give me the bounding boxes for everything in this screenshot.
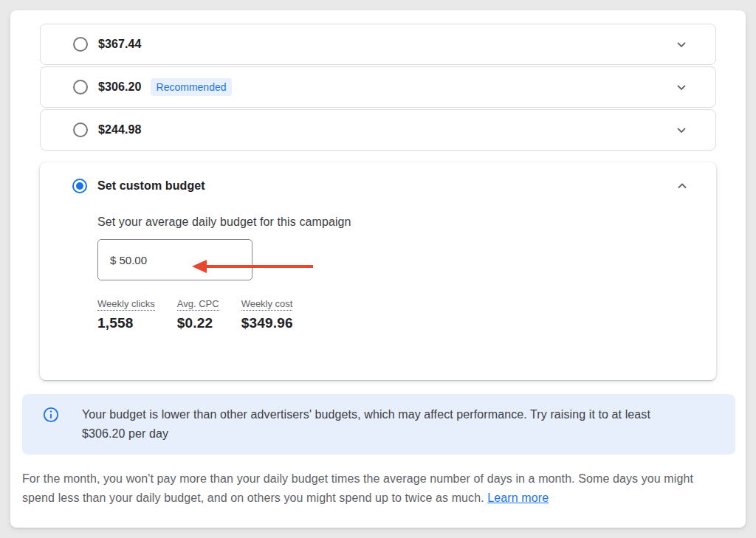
banner-message: Your budget is lower than other advertis… (82, 405, 695, 444)
radio-button-selected[interactable] (72, 179, 87, 193)
budget-selection-card: $367.44 $306.20 Recommended $244.98 (10, 10, 746, 528)
budget-option-2[interactable]: $306.20 Recommended (40, 66, 716, 108)
chevron-down-icon[interactable] (674, 37, 689, 52)
stat-label-weekly-clicks[interactable]: Weekly clicks (97, 298, 155, 311)
budget-warning-banner: Your budget is lower than other advertis… (22, 394, 735, 455)
chevron-down-icon[interactable] (674, 123, 689, 137)
chevron-up-icon[interactable] (675, 179, 690, 193)
budget-amount: $367.44 (98, 38, 142, 51)
stat-value-avg-cpc: $0.22 (177, 315, 219, 331)
budget-options-list: $367.44 $306.20 Recommended $244.98 (10, 10, 746, 380)
stat-label-avg-cpc[interactable]: Avg. CPC (177, 298, 219, 311)
stat-weekly-clicks: Weekly clicks 1,558 (97, 297, 155, 331)
radio-button[interactable] (73, 123, 88, 137)
daily-budget-input[interactable] (97, 239, 252, 280)
radio-button[interactable] (73, 37, 88, 52)
budget-option-1[interactable]: $367.44 (40, 24, 716, 65)
stat-avg-cpc: Avg. CPC $0.22 (177, 297, 219, 331)
budget-amount: $306.20 (98, 80, 142, 94)
info-icon (43, 407, 59, 423)
learn-more-link[interactable]: Learn more (487, 492, 549, 504)
footer-text: For the month, you won't pay more than y… (22, 472, 693, 504)
stat-value-weekly-cost: $349.96 (241, 315, 293, 331)
budget-stats: Weekly clicks 1,558 Avg. CPC $0.22 Weekl… (97, 297, 690, 331)
radio-button[interactable] (73, 80, 88, 94)
custom-budget-body: Set your average daily budget for this c… (97, 215, 690, 331)
monthly-budget-note: For the month, you won't pay more than y… (22, 469, 701, 508)
custom-budget-panel: Set custom budget Set your average daily… (40, 162, 716, 380)
recommended-badge: Recommended (151, 78, 233, 96)
stat-weekly-cost: Weekly cost $349.96 (241, 297, 293, 331)
custom-budget-header[interactable]: Set custom budget (72, 179, 690, 193)
custom-budget-label: Set custom budget (97, 179, 205, 193)
daily-budget-description: Set your average daily budget for this c… (97, 215, 690, 229)
chevron-down-icon[interactable] (674, 80, 689, 94)
budget-amount: $244.98 (98, 123, 142, 137)
budget-option-3[interactable]: $244.98 (40, 109, 716, 151)
stat-label-weekly-cost[interactable]: Weekly cost (241, 298, 293, 311)
stat-value-weekly-clicks: 1,558 (97, 315, 155, 331)
